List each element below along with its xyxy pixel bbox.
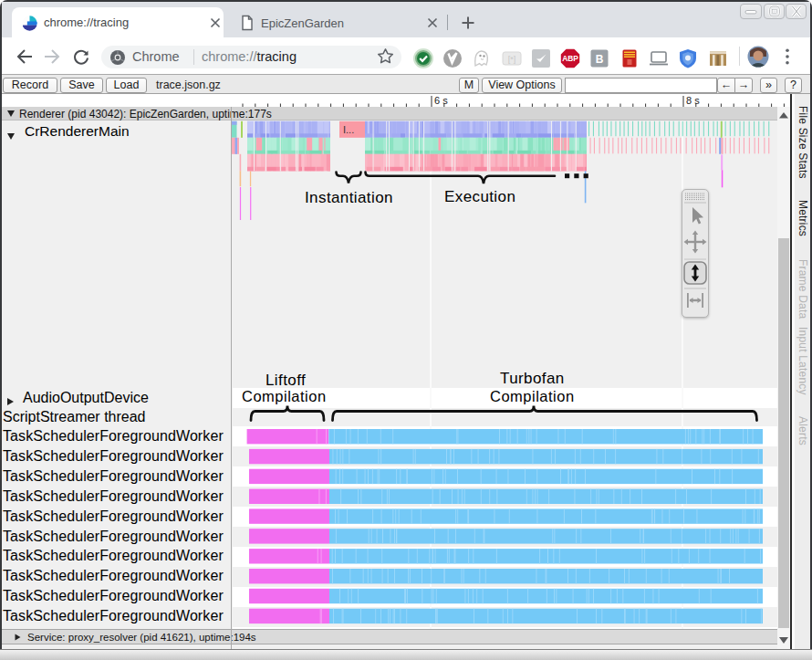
svg-text:6 s: 6 s bbox=[434, 95, 448, 106]
svg-text:B: B bbox=[596, 53, 604, 66]
svg-text:[*]: [*] bbox=[508, 55, 516, 64]
svg-text:ABP: ABP bbox=[562, 54, 578, 63]
svg-text:8 s: 8 s bbox=[686, 95, 700, 106]
